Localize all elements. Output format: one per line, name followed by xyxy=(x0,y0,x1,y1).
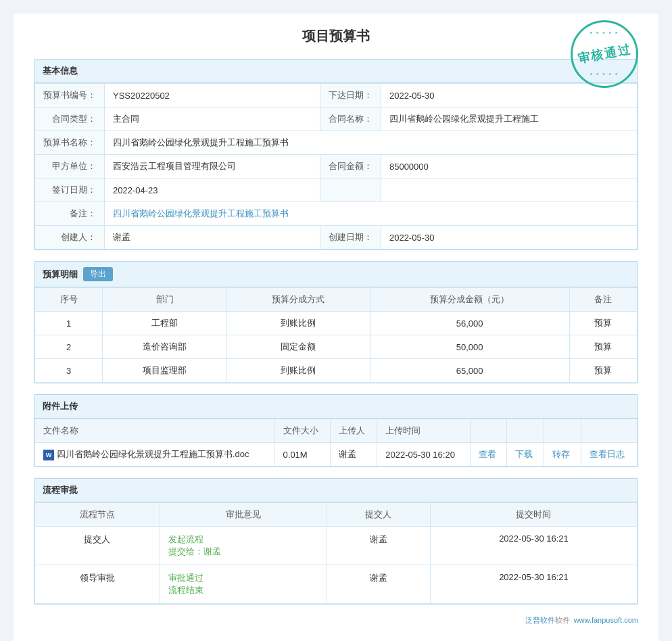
row-remark: 预算 xyxy=(569,359,637,383)
row-method: 固定金额 xyxy=(227,335,370,359)
contract-name-value: 四川省鹅岭公园绿化景观提升工程施工 xyxy=(381,108,637,131)
footer: 泛普软件软件 www.fanpusoft.com xyxy=(34,615,638,625)
footer-brand: 泛普软件 xyxy=(525,616,555,624)
budget-row: 2 造价咨询部 固定金额 50,000 预算 xyxy=(35,335,638,359)
budget-detail-header: 预算明细 导出 xyxy=(34,262,638,287)
flow-submitter: 谢孟 xyxy=(327,565,430,604)
budget-detail-label: 预算明细 xyxy=(43,268,78,281)
row-remark: 预算 xyxy=(569,335,637,359)
budget-row: 1 工程部 到账比例 56,000 预算 xyxy=(35,312,638,335)
export-button[interactable]: 导出 xyxy=(83,267,113,281)
attachment-row: W四川省鹅岭公园绿化景观提升工程施工预算书.doc 0.01M 谢孟 2022-… xyxy=(35,443,638,467)
row-remark: 预算 xyxy=(569,312,637,335)
flow-col-opinion: 审批意见 xyxy=(160,503,327,527)
remark-label: 备注： xyxy=(35,202,105,226)
col-remark: 备注 xyxy=(569,288,637,312)
attach-time: 2022-05-30 16:20 xyxy=(377,443,470,467)
stamp-text: 审核通过 xyxy=(577,41,633,67)
flow-opinion-line2: 提交给：谢孟 xyxy=(168,546,318,558)
view-link[interactable]: 查看 xyxy=(479,449,496,459)
flow-opinion: 发起流程 提交给：谢孟 xyxy=(160,527,327,565)
approval-stamp: 审核通过 xyxy=(571,20,638,88)
budget-name-value: 四川省鹅岭公园绿化景观提升工程施工预算书 xyxy=(105,131,638,155)
contract-name-label: 合同名称： xyxy=(320,108,381,131)
attach-col-time: 上传时间 xyxy=(377,419,470,443)
budget-no-value: YSS20220502 xyxy=(105,84,320,108)
attach-filename: W四川省鹅岭公园绿化景观提升工程施工预算书.doc xyxy=(35,443,275,467)
flow-opinion-line1: 审批通过 xyxy=(168,572,318,584)
row-amount: 50,000 xyxy=(370,335,569,359)
attach-col-filename: 文件名称 xyxy=(35,419,275,443)
workflow-table: 流程节点 审批意见 提交人 提交时间 提交人 发起流程 提交给：谢孟 谢孟 20… xyxy=(34,502,638,604)
contract-amount-label: 合同金额： xyxy=(320,155,381,179)
flow-col-node: 流程节点 xyxy=(35,503,160,527)
empty-label1 xyxy=(320,179,381,202)
workflow-section: 流程审批 流程节点 审批意见 提交人 提交时间 提交人 发起流程 提交给：谢孟 … xyxy=(34,478,638,604)
attach-save[interactable]: 转存 xyxy=(544,443,581,467)
save-link[interactable]: 转存 xyxy=(552,449,570,459)
log-link[interactable]: 查看日志 xyxy=(590,449,625,459)
row-amount: 65,000 xyxy=(370,359,569,383)
remark-value: 四川省鹅岭公园绿化景观提升工程施工预算书 xyxy=(105,202,638,226)
party-a-label: 甲方单位： xyxy=(35,155,105,179)
attach-log[interactable]: 查看日志 xyxy=(581,443,638,467)
flow-node: 领导审批 xyxy=(35,565,160,604)
create-date-label: 创建日期： xyxy=(320,226,381,250)
row-amount: 56,000 xyxy=(370,312,569,335)
col-no: 序号 xyxy=(35,288,103,312)
attachment-section: 附件上传 文件名称 文件大小 上传人 上传时间 W四川省鹅岭公园绿化景观提升工程… xyxy=(34,394,638,467)
flow-col-time: 提交时间 xyxy=(430,503,637,527)
issue-date-label: 下达日期： xyxy=(320,84,381,108)
download-link[interactable]: 下载 xyxy=(515,449,533,459)
flow-col-submitter: 提交人 xyxy=(327,503,430,527)
page-title: 项目预算书 xyxy=(34,27,638,45)
row-method: 到账比例 xyxy=(227,312,370,335)
workflow-header: 流程审批 xyxy=(34,479,638,502)
attach-view[interactable]: 查看 xyxy=(470,443,507,467)
row-method: 到账比例 xyxy=(227,359,370,383)
contract-type-value: 主合同 xyxy=(105,108,320,131)
sign-date-label: 签订日期： xyxy=(35,179,105,202)
attach-uploader: 谢孟 xyxy=(331,443,377,467)
flow-row: 提交人 发起流程 提交给：谢孟 谢孟 2022-05-30 16:21 xyxy=(35,527,638,565)
budget-detail-section: 预算明细 导出 序号 部门 预算分成方式 预算分成金额（元） 备注 1 工程部 … xyxy=(34,261,638,383)
party-a-value: 西安浩云工程项目管理有限公司 xyxy=(105,155,320,179)
empty-value1 xyxy=(381,179,637,202)
row-no: 3 xyxy=(35,359,103,383)
flow-opinion: 审批通过 流程结束 xyxy=(160,565,327,604)
basic-info-table: 预算书编号： YSS20220502 下达日期： 2022-05-30 合同类型… xyxy=(34,83,638,250)
flow-submitter: 谢孟 xyxy=(327,527,430,565)
row-no: 1 xyxy=(35,312,103,335)
attach-col-uploader: 上传人 xyxy=(331,419,377,443)
attach-download[interactable]: 下载 xyxy=(507,443,544,467)
flow-time: 2022-05-30 16:21 xyxy=(430,527,637,565)
basic-info-header: 基本信息 xyxy=(34,60,638,83)
attachment-table: 文件名称 文件大小 上传人 上传时间 W四川省鹅岭公园绿化景观提升工程施工预算书… xyxy=(34,419,638,467)
creator-label: 创建人： xyxy=(35,226,105,250)
word-icon: W xyxy=(43,450,54,460)
sign-date-value: 2022-04-23 xyxy=(105,179,320,202)
flow-node: 提交人 xyxy=(35,527,160,565)
budget-detail-table: 序号 部门 预算分成方式 预算分成金额（元） 备注 1 工程部 到账比例 56,… xyxy=(34,287,638,383)
attach-size: 0.01M xyxy=(274,443,331,467)
row-dept: 造价咨询部 xyxy=(103,335,227,359)
row-dept: 工程部 xyxy=(103,312,227,335)
attach-col-act1 xyxy=(470,419,507,443)
flow-time: 2022-05-30 16:21 xyxy=(430,565,637,604)
budget-no-label: 预算书编号： xyxy=(35,84,105,108)
contract-amount-value: 85000000 xyxy=(381,155,637,179)
basic-info-section: 基本信息 预算书编号： YSS20220502 下达日期： 2022-05-30… xyxy=(34,59,638,250)
footer-url: www.fanpusoft.com xyxy=(574,616,638,624)
col-dept: 部门 xyxy=(103,288,227,312)
attachment-header: 附件上传 xyxy=(34,395,638,419)
col-amount: 预算分成金额（元） xyxy=(370,288,569,312)
budget-name-label: 预算书名称： xyxy=(35,131,105,155)
attach-col-act4 xyxy=(581,419,638,443)
flow-opinion-line1: 发起流程 xyxy=(168,533,318,546)
attach-col-act2 xyxy=(507,419,544,443)
row-no: 2 xyxy=(35,335,103,359)
page-container: 审核通过 项目预算书 基本信息 预算书编号： YSS20220502 下达日期：… xyxy=(14,14,658,641)
col-method: 预算分成方式 xyxy=(227,288,370,312)
basic-info-label: 基本信息 xyxy=(43,65,78,77)
creator-value: 谢孟 xyxy=(105,226,320,250)
